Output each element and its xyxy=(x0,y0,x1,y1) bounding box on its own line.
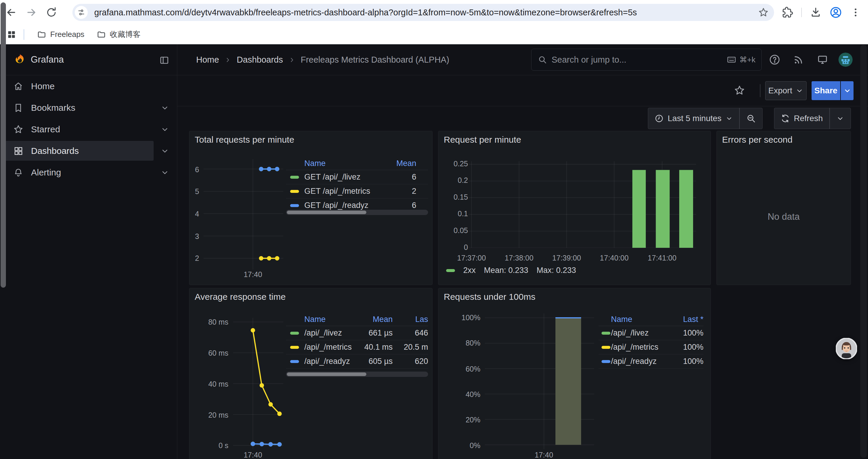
panel-title[interactable]: Errors per second xyxy=(722,135,793,145)
series-name[interactable]: /api/_/readyz xyxy=(300,357,362,366)
x-tick: 17:38:00 xyxy=(505,254,533,262)
bookmark-star-button[interactable] xyxy=(758,7,769,18)
bookmark-folder-label: Freeleaps xyxy=(50,30,85,39)
user-avatar[interactable] xyxy=(838,53,852,67)
series-name[interactable]: /api/_/metrics xyxy=(300,342,362,352)
x-tick: 17:40 xyxy=(244,451,262,459)
reload-button[interactable] xyxy=(45,6,58,19)
legend-row[interactable]: /api/_/readyz 605 µs 620 xyxy=(286,355,428,369)
favorite-dashboard-button[interactable] xyxy=(734,85,745,96)
chevron-down-icon[interactable] xyxy=(161,104,169,112)
bookmark-folder-blogs[interactable]: 收藏博客 xyxy=(92,28,146,42)
panel-title[interactable]: Average response time xyxy=(195,292,286,302)
legend-row[interactable]: /api/_/livez 100% xyxy=(598,326,704,340)
downloads-button[interactable] xyxy=(810,7,821,18)
sidebar-item-starred: Starred xyxy=(0,119,177,140)
url-bar[interactable]: grafana.mathmast.com/d/deytv4rwavabkb/fr… xyxy=(72,4,774,21)
y-tick: 20% xyxy=(438,416,480,424)
series-name[interactable]: GET /api/_/livez xyxy=(300,172,375,182)
chevron-down-icon xyxy=(796,87,803,95)
breadcrumb-dashboards[interactable]: Dashboards xyxy=(237,55,283,65)
col-name[interactable]: Name xyxy=(300,159,375,168)
sidebar-item-home-button[interactable]: Home xyxy=(4,76,154,96)
col-name[interactable]: Name xyxy=(611,315,661,324)
sidebar-item-starred-button[interactable]: Starred xyxy=(4,119,154,139)
legend-scrollbar[interactable] xyxy=(286,371,428,377)
series-mean: 605 µs xyxy=(362,357,393,366)
chevron-right-icon xyxy=(224,57,231,64)
apps-button[interactable] xyxy=(6,30,17,40)
chart-legend: 2xx Mean: 0.233 Max: 0.233 xyxy=(446,266,576,275)
zoom-out-button[interactable] xyxy=(740,108,762,129)
col-last[interactable]: Las xyxy=(393,315,428,324)
panel-title[interactable]: Request per minute xyxy=(444,135,521,145)
grafana-brand[interactable]: Grafana xyxy=(31,54,64,65)
legend-row[interactable]: /api/_/metrics 40.1 ms 20.5 m xyxy=(286,340,428,355)
bookmark-folder-label: 收藏博客 xyxy=(110,29,141,40)
legend-row[interactable]: /api/_/livez 661 µs 646 xyxy=(286,326,428,340)
legend-row[interactable]: /api/_/metrics 100% xyxy=(598,340,704,355)
browser-toolbar: grafana.mathmast.com/d/deytv4rwavabkb/fr… xyxy=(0,0,868,25)
series-last: 20.5 m xyxy=(393,342,428,352)
news-button[interactable] xyxy=(793,54,804,66)
chevron-down-icon[interactable] xyxy=(161,147,169,155)
refresh-interval-button[interactable] xyxy=(830,108,850,129)
forward-button[interactable] xyxy=(25,6,38,19)
chevron-down-icon[interactable] xyxy=(161,168,169,177)
col-mean[interactable]: Mean xyxy=(375,159,416,168)
back-button[interactable] xyxy=(5,6,18,19)
legend-row[interactable]: GET /api/_/metrics 2 xyxy=(286,184,428,198)
y-tick: 0.15 xyxy=(438,193,468,201)
bookmark-folder-freeleaps[interactable]: Freeleaps xyxy=(32,28,90,42)
rss-icon xyxy=(793,54,804,66)
legend-row[interactable]: GET /api/_/livez 6 xyxy=(286,170,428,184)
share-menu-button[interactable] xyxy=(841,81,854,100)
export-button[interactable]: Export xyxy=(765,81,807,100)
legend-scrollbar[interactable] xyxy=(286,210,428,215)
breadcrumb-home[interactable]: Home xyxy=(196,55,219,65)
sidebar-item-alerting-button[interactable]: Alerting xyxy=(4,162,154,182)
display-button[interactable] xyxy=(816,54,829,66)
search-input[interactable]: Search or jump to... ⌘+k xyxy=(531,49,762,71)
refresh-label: Refresh xyxy=(794,114,823,123)
legend-row[interactable]: /api/_/readyz 100% xyxy=(598,355,704,369)
extensions-button[interactable] xyxy=(782,7,793,18)
panel-title[interactable]: Total requests per minute xyxy=(195,135,294,145)
col-mean[interactable]: Mean xyxy=(362,315,393,324)
series-name[interactable]: /api/_/livez xyxy=(300,328,362,338)
y-tick: 4 xyxy=(189,210,199,218)
chevron-down-icon xyxy=(843,87,851,95)
profile-button[interactable] xyxy=(830,6,842,19)
floating-assistant-avatar[interactable] xyxy=(836,338,857,359)
y-tick: 5 xyxy=(189,187,199,196)
dock-menu-button[interactable] xyxy=(159,55,169,66)
grafana-logo[interactable] xyxy=(13,53,27,66)
series-name[interactable]: /api/_/livez xyxy=(611,328,661,338)
page-scrollbar-thumb[interactable] xyxy=(1,2,6,288)
avatar-image xyxy=(836,338,857,359)
series-name[interactable]: GET /api/_/metrics xyxy=(300,187,375,196)
series-name[interactable]: GET /api/_/readyz xyxy=(300,201,375,210)
series-name[interactable]: 2xx xyxy=(463,266,476,275)
sidebar-item-alerting: Alerting xyxy=(0,162,177,183)
panel-title[interactable]: Requests under 100ms xyxy=(444,292,535,302)
site-settings-icon[interactable] xyxy=(75,6,88,19)
chevron-down-icon[interactable] xyxy=(161,125,169,133)
series-mean: Mean: 0.233 xyxy=(484,266,528,275)
browser-menu-button[interactable] xyxy=(850,7,861,18)
y-tick: 0% xyxy=(438,441,480,450)
sidebar-item-bookmarks-button[interactable]: Bookmarks xyxy=(4,98,154,118)
time-range-picker[interactable]: Last 5 minutes xyxy=(648,108,739,129)
share-button[interactable]: Share xyxy=(812,81,840,100)
refresh-button[interactable]: Refresh xyxy=(774,108,829,129)
col-name[interactable]: Name xyxy=(300,315,362,324)
grafana-header-left: Grafana xyxy=(0,44,177,75)
sidebar-item-dashboards-button[interactable]: Dashboards xyxy=(4,141,154,161)
series-swatch xyxy=(601,332,610,335)
col-last[interactable]: Last * xyxy=(661,315,704,324)
help-button[interactable] xyxy=(769,54,780,66)
apps-grid-icon xyxy=(6,30,17,40)
series-name[interactable]: /api/_/metrics xyxy=(611,342,661,352)
series-name[interactable]: /api/_/readyz xyxy=(611,357,661,366)
y-tick: 0.2 xyxy=(438,176,468,185)
